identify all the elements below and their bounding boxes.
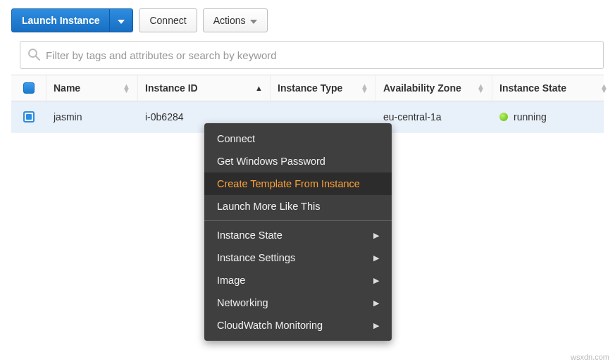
cell-value: running (514, 111, 547, 123)
caret-down-icon (250, 15, 257, 26)
context-menu: Connect Get Windows Password Create Temp… (204, 123, 392, 133)
caret-down-icon (118, 15, 125, 26)
sort-asc-icon: ▲ (255, 84, 263, 92)
select-all-cell[interactable] (11, 75, 46, 101)
actions-label: Actions (213, 15, 246, 26)
cell-value: jasmin (54, 111, 82, 123)
col-label: Instance ID (145, 82, 198, 94)
cell-availability-zone: eu-central-1a (376, 101, 492, 132)
col-name[interactable]: Name ▲▼ (46, 75, 138, 101)
sort-icon: ▲▼ (477, 84, 485, 92)
col-instance-id[interactable]: Instance ID ▲ (138, 75, 271, 101)
select-all-checkbox[interactable] (23, 82, 35, 94)
launch-instance-button[interactable]: Launch Instance (11, 8, 110, 32)
cell-value: i-0b6284 (145, 111, 184, 123)
menu-connect[interactable]: Connect (204, 127, 392, 133)
search-box[interactable] (20, 41, 604, 69)
col-label: Instance State (499, 82, 566, 94)
search-region (0, 41, 615, 75)
cell-value: eu-central-1a (383, 111, 442, 123)
cell-name: jasmin (46, 101, 138, 132)
col-label: Name (54, 82, 80, 94)
launch-instance-dropdown-button[interactable] (109, 8, 133, 32)
svg-line-1 (36, 56, 39, 60)
col-label: Instance Type (278, 82, 342, 94)
row-checkbox[interactable] (23, 111, 35, 123)
table-header-row: Name ▲▼ Instance ID ▲ Instance Type ▲▼ A… (11, 75, 604, 101)
search-input[interactable] (46, 49, 596, 61)
col-availability-zone[interactable]: Availability Zone ▲▼ (376, 75, 492, 101)
actions-button[interactable]: Actions (203, 8, 268, 32)
sort-icon: ▲▼ (600, 84, 608, 92)
search-icon (27, 48, 40, 63)
cell-instance-state: running (492, 101, 615, 132)
col-instance-state[interactable]: Instance State ▲▼ (492, 75, 615, 101)
sort-icon: ▲▼ (123, 84, 130, 92)
row-select-cell[interactable] (11, 101, 46, 132)
col-label: Availability Zone (383, 82, 461, 94)
connect-button[interactable]: Connect (139, 8, 197, 32)
sort-icon: ▲▼ (361, 84, 368, 92)
col-instance-type[interactable]: Instance Type ▲▼ (271, 75, 376, 101)
toolbar: Launch Instance Connect Actions (0, 0, 615, 41)
running-status-icon (499, 113, 508, 121)
launch-instance-group: Launch Instance (11, 8, 133, 32)
